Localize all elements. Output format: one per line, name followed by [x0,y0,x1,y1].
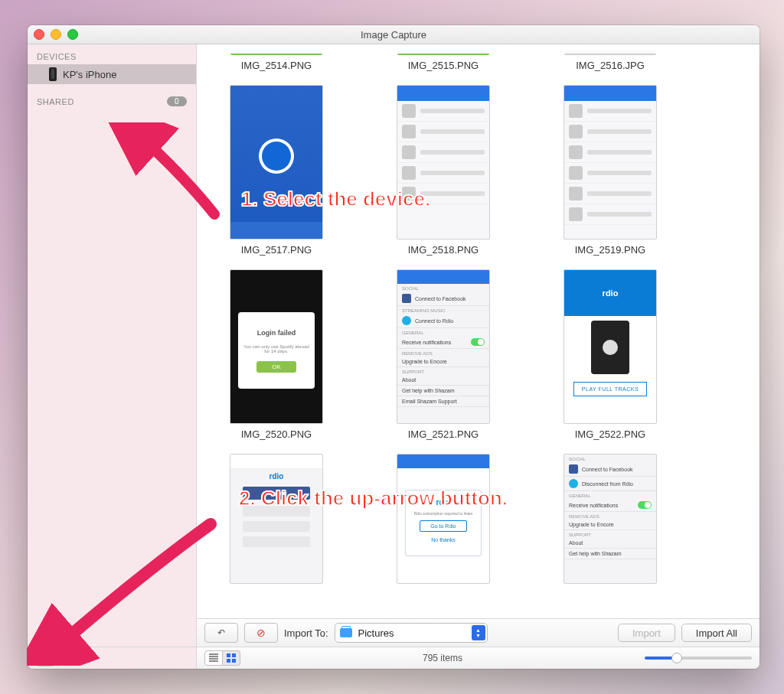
thumbnail-label: IMG_2519.PNG [575,244,646,256]
thumbnail-label: IMG_2516.JPG [576,60,645,71]
sidebar-device-item[interactable]: KP's iPhone [28,64,196,84]
thumb-modal-sub: You can only use Spotify abroad for 14 d… [243,344,310,354]
delete-button[interactable]: ⊘ [244,623,278,643]
sidebar: DEVICES KP's iPhone SHARED 0 ▲ [28,44,197,669]
thumbnail-item[interactable]: SOCIAL Connect to Facebook STREAMING MUS… [382,269,505,440]
thumbnail-label: IMG_2517.PNG [241,244,312,256]
window-zoom-button[interactable] [67,29,78,40]
popup-arrows-icon: ▲▼ [472,625,485,640]
thumb-modal-btn: OK [256,361,296,373]
thumbnail-item[interactable]: IMG_2519.PNG [549,85,671,256]
list-icon [209,653,218,663]
window-title: Image Capture [28,29,760,41]
thumbnail-label: IMG_2522.PNG [575,428,646,440]
sidebar-shared-header[interactable]: SHARED 0 [28,89,196,109]
thumbnail-label: IMG_2514.PNG [241,60,312,71]
thumbnail-item[interactable]: Login failed You can only use Spotify ab… [215,269,338,440]
thumbnail-label: IMG_2520.PNG [241,428,312,440]
sidebar-devices-header: DEVICES [28,44,196,64]
thumbnail-item[interactable]: rdio Rdio subscription required to liste… [382,454,505,584]
thumbnail-label: IMG_2515.PNG [408,60,479,71]
up-arrow-icon: ▲ [41,653,50,663]
thumb-modal-title: Login failed [257,329,296,337]
grid-view-button[interactable] [223,650,240,666]
thumb-btn: Go to Rdio [420,520,467,532]
phone-icon [49,67,57,81]
import-button[interactable]: Import [618,624,675,642]
titlebar: Image Capture [28,25,760,44]
thumbnail-item[interactable]: IMG_2517.PNG [215,85,338,256]
svg-rect-3 [232,659,236,663]
thumbnail-grid[interactable]: IMG_2514.PNG IMG_2515.PNG IMG_2516.JPG [197,44,760,618]
thumbnail-label: IMG_2518.PNG [408,244,479,256]
import-to-label: Import To: [284,627,328,639]
list-view-button[interactable] [204,650,223,666]
thumbnail-item[interactable]: rdio PLAY FULL TRACKS IMG_2522.PNG [549,269,671,440]
sidebar-shared-label: SHARED [37,97,74,106]
window-close-button[interactable] [34,29,44,40]
thumb-btn2: No thanks [420,535,467,545]
show-options-button[interactable]: ▲ [35,650,55,666]
rotate-button[interactable]: ↶ [204,623,238,643]
app-window: Image Capture DEVICES KP's iPhone SHARED… [28,25,760,669]
folder-icon [340,628,352,637]
thumbnail-item[interactable]: IMG_2514.PNG [215,51,338,71]
thumbnail-item[interactable]: IMG_2518.PNG [382,85,505,256]
thumbnail-item[interactable]: SOCIAL Connect to Facebook Disconnect fr… [549,454,671,584]
status-toolbar: 795 items [197,647,760,669]
sidebar-shared-badge: 0 [167,96,187,106]
thumb-brand: rdio [410,498,476,507]
window-minimize-button[interactable] [51,29,61,40]
svg-rect-0 [227,653,230,657]
thumbnail-label: IMG_2521.PNG [408,428,479,440]
no-entry-icon: ⊘ [256,627,266,639]
import-to-popup[interactable]: Pictures ▲▼ [335,623,488,643]
thumbnail-item[interactable]: IMG_2515.PNG [382,51,505,71]
thumbnail-item[interactable]: rdio Continue [215,454,338,584]
rotate-icon: ↶ [217,627,225,638]
svg-rect-1 [232,653,236,657]
sidebar-device-label: KP's iPhone [63,69,116,80]
thumb-cta: PLAY FULL TRACKS [573,382,647,396]
zoom-slider[interactable] [645,657,752,660]
import-all-button[interactable]: Import All [681,624,752,642]
svg-rect-2 [227,659,230,663]
thumb-brand: rdio [564,270,656,316]
grid-icon [227,653,236,663]
sidebar-devices-label: DEVICES [37,52,77,61]
thumb-brand: rdio [230,472,322,481]
import-toolbar: ↶ ⊘ Import To: Pictures ▲▼ Import Import… [197,618,760,647]
thumb-fb-btn: Continue [243,487,310,500]
item-count: 795 items [250,653,635,663]
thumbnail-item[interactable]: IMG_2516.JPG [549,51,671,71]
import-to-value: Pictures [358,627,394,639]
